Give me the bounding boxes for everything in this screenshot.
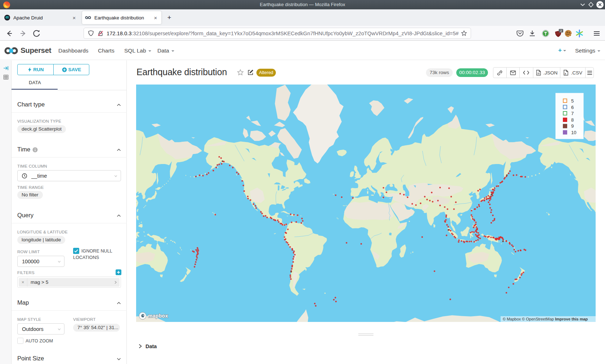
svg-text:10: 10 <box>571 130 576 135</box>
svg-text:2: 2 <box>560 29 562 33</box>
svg-text:© Mapbox © OpenStreetMap Impro: © Mapbox © OpenStreetMap Improve this ma… <box>503 317 588 321</box>
svg-text:8: 8 <box>571 117 574 123</box>
svg-text:9: 9 <box>571 123 574 129</box>
svg-text:5: 5 <box>571 98 574 104</box>
svg-text:x: x <box>565 72 566 75</box>
svg-text:6: 6 <box>571 105 574 110</box>
svg-text:7: 7 <box>571 111 574 116</box>
svg-text:mapbox: mapbox <box>148 313 168 319</box>
